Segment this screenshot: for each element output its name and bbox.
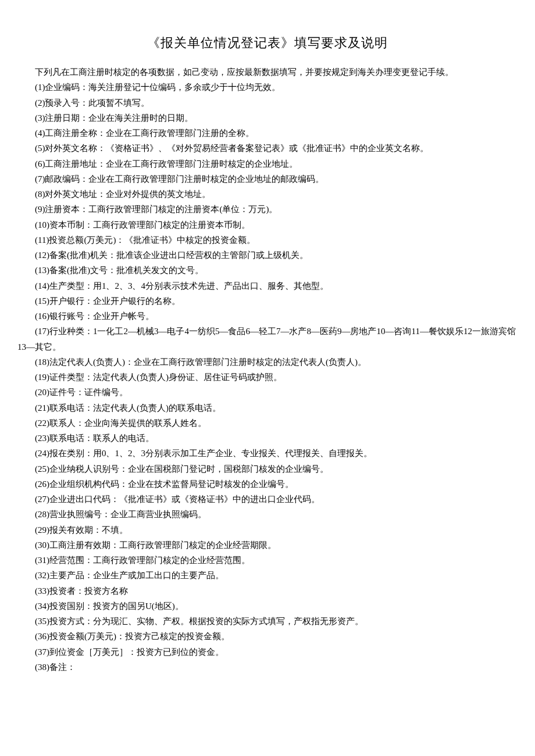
list-item: (14)生产类型：用1、2、3、4分别表示技术先进、产品出口、服务、其他型。	[17, 278, 518, 293]
list-item: (8)对外英文地址：企业对外提供的英文地址。	[17, 187, 518, 202]
list-item: (17)行业种类：1一化工2—机械3—电子4一纺织5—食品6—轻工7—水产8—医…	[17, 324, 518, 354]
list-item: (7)邮政编码：企业在工商行政管理部门注册时核定的企业地址的邮政编码。	[17, 171, 518, 187]
list-item: (2)预录入号：此项暂不填写。	[17, 95, 518, 110]
list-item: (34)投资国别：投资方的国另U(地区)。	[17, 599, 518, 614]
list-item: (12)备案(批准)机关：批准该企业进出口经营权的主管部门或上级机关。	[17, 248, 518, 263]
list-item: (29)报关有效期：不填。	[17, 522, 518, 538]
list-item: (21)联系电话：法定代表人(负责人)的联系电话。	[17, 400, 518, 415]
list-item: (16)银行账号：企业开户帐号。	[17, 309, 518, 324]
list-item: (9)注册资本：工商行政管理部门核定的注册资本(单位：万元)。	[17, 202, 518, 217]
list-item: (18)法定代表人(负责人)：企业在工商行政管理部门注册时核定的法定代表人(负责…	[17, 354, 518, 370]
list-item: (25)企业纳税人识别号：企业在国税部门登记时，国税部门核发的企业编号。	[17, 461, 518, 476]
list-item: (4)工商注册全称：企业在工商行政管理部门注册的全称。	[17, 126, 518, 141]
list-item: (19)证件类型：法定代表人(负责人)身份证、居住证号码或护照。	[17, 370, 518, 385]
intro-paragraph: 下列凡在工商注册时核定的各项数据，如己变动，应按最新数据填写，并要按规定到海关办…	[17, 65, 518, 80]
list-item: (6)工商注册地址：企业在工商行政管理部门注册时核定的企业地址。	[17, 156, 518, 171]
list-item: (24)报在类别：用0、1、2、3分别表示加工生产企业、专业报关、代理报关、自理…	[17, 446, 518, 461]
list-item: (22)联系人：企业向海关提供的联系人姓名。	[17, 415, 518, 431]
list-item: (38)备注：	[17, 660, 518, 675]
list-item: (30)工商注册有效期：工商行政管理部门核定的企业经营期限。	[17, 538, 518, 553]
list-item: (33)投资者：投资方名称	[17, 583, 518, 599]
list-item: (31)经营范围：工商行政管理部门核定的企业经营范围。	[17, 553, 518, 568]
list-item: (10)资本币制：工商行政管理部门核定的注册资本币制。	[17, 217, 518, 232]
list-item: (32)主要产品：企业生产或加工出口的主要产品。	[17, 568, 518, 583]
list-item: (27)企业进出口代码：《批准证书》或《资格证书》中的进出口企业代码。	[17, 492, 518, 507]
list-item: (20)证件号：证件编号。	[17, 385, 518, 400]
list-item: (15)开户银行：企业开户银行的名称。	[17, 293, 518, 309]
list-item: (1)企业编码：海关注册登记十位编码，多余或少于十位均无效。	[17, 80, 518, 95]
document-title: 《报关单位情况登记表》填写要求及说明	[17, 32, 518, 55]
list-item: (23)联系电话：联系人的电话。	[17, 431, 518, 446]
list-item: (11)投资总额(万美元)：《批准证书》中核定的投资金额。	[17, 232, 518, 248]
list-item: (5)对外英文名称：《资格证书》、《对外贸易经营者备案登记表》或《批准证书》中的…	[17, 141, 518, 156]
items-list: (1)企业编码：海关注册登记十位编码，多余或少于十位均无效。(2)预录入号：此项…	[17, 80, 518, 675]
list-item: (13)备案(批准)文号：批准机关发文的文号。	[17, 263, 518, 278]
list-item: (35)投资方式：分为现汇、实物、产权。根据投资的实际方式填写，产权指无形资产。	[17, 614, 518, 629]
list-item: (36)投资金额(万美元)：投资方己核定的投资金额。	[17, 629, 518, 644]
list-item: (3)注册日期：企业在海关注册时的日期。	[17, 110, 518, 126]
list-item: (26)企业组织机构代码：企业在技术监督局登记时核发的企业编号。	[17, 476, 518, 492]
list-item: (37)到位资金［万美元］：投资方已到位的资金。	[17, 644, 518, 660]
list-item: (28)营业执照编号：企业工商营业执照编码。	[17, 507, 518, 522]
